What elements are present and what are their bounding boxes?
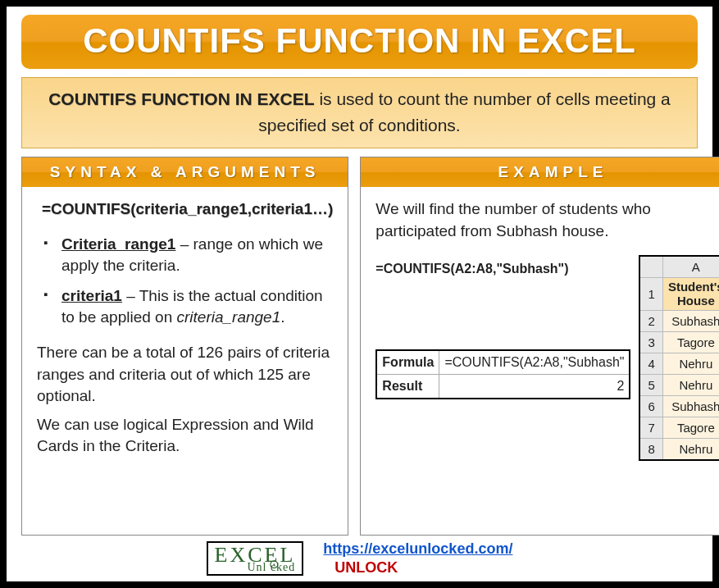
sheet-header-text: Student's House — [668, 280, 719, 308]
sheet-data-cell: Nehru — [662, 374, 719, 395]
table-row: 3Tagore — [639, 331, 719, 353]
logo: EXCEL Unl cked ⊙ — [207, 541, 304, 576]
description-lead: COUNTIFS FUNCTION IN EXCEL — [48, 89, 314, 108]
description-box: COUNTIFS FUNCTION IN EXCEL is used to co… — [21, 77, 698, 148]
sheet-data-cell: Tagore — [662, 417, 719, 438]
row-header: 5 — [639, 374, 662, 395]
example-left-col: =COUNTIFS(A2:A8,"Subhash") Formula =COUN… — [375, 255, 630, 399]
row-header: 1 — [639, 278, 662, 311]
row-header: 8 — [639, 438, 662, 460]
argument-item: criteria1 – This is the actual condition… — [43, 285, 333, 329]
argument-list: Criteria_range1 – range on which we appl… — [37, 234, 333, 329]
table-row: Formula =COUNTIFS(A2:A8,"Subhash" — [376, 350, 630, 375]
table-row: 4Nehru — [639, 353, 719, 374]
example-row: =COUNTIFS(A2:A8,"Subhash") Formula =COUN… — [375, 255, 719, 461]
example-body: We will find the number of students who … — [361, 187, 719, 535]
argument-name: criteria1 — [61, 287, 122, 304]
syntax-body: =COUNTIFS(criteria_range1,criteria1…) Cr… — [22, 187, 348, 535]
argument-desc-italic: criteria_range1 — [177, 308, 281, 326]
syntax-note-1: There can be a total of 126 pairs of cri… — [37, 342, 333, 408]
infographic-container: COUNTIFS FUNCTION IN EXCEL COUNTIFS FUNC… — [7, 7, 712, 581]
argument-desc-post: . — [280, 308, 284, 326]
row-header: 4 — [639, 353, 662, 374]
table-row: 6Subhash — [639, 395, 719, 417]
sheet-data-cell: Tagore — [662, 331, 719, 353]
table-row: 1 Student's House — [639, 278, 719, 311]
table-row: 5Nehru — [639, 374, 719, 395]
sheet-data-cell: Subhash — [662, 395, 719, 417]
result-value-cell: 2 — [439, 374, 630, 399]
excel-sheet-table: A 1 Student's House 2Subhash 3Tagore 4Ne… — [639, 255, 719, 461]
table-row: 8Nehru — [639, 438, 719, 460]
table-row: Result 2 — [376, 374, 630, 399]
table-row: 7Tagore — [639, 417, 719, 438]
columns: SYNTAX & ARGUMENTS =COUNTIFS(criteria_ra… — [21, 157, 698, 536]
formula-result-table: Formula =COUNTIFS(A2:A8,"Subhash" Result… — [375, 349, 630, 400]
sheet-data-cell: Nehru — [662, 438, 719, 460]
page-title: COUNTIFS FUNCTION IN EXCEL — [21, 21, 698, 61]
title-banner: COUNTIFS FUNCTION IN EXCEL — [21, 15, 698, 69]
syntax-note-2: We can use logical Expression and Wild C… — [37, 414, 333, 458]
sheet-data-cell: Subhash — [662, 310, 719, 331]
row-header: 7 — [639, 417, 662, 438]
example-intro: We will find the number of students who … — [375, 198, 719, 242]
syntax-panel: SYNTAX & ARGUMENTS =COUNTIFS(criteria_ra… — [21, 157, 348, 536]
sheet-data-cell: Nehru — [662, 353, 719, 374]
formula-label-cell: Formula — [376, 350, 439, 375]
argument-item: Criteria_range1 – range on which we appl… — [43, 234, 333, 277]
key-icon: ⊙ — [269, 559, 280, 571]
sheet-header-cell: Student's House — [662, 278, 719, 311]
example-formula: =COUNTIFS(A2:A8,"Subhash") — [375, 260, 630, 278]
table-row: 2Subhash — [639, 310, 719, 331]
formula-value-cell: =COUNTIFS(A2:A8,"Subhash" — [439, 350, 630, 375]
table-row: A — [639, 256, 719, 278]
row-header: 2 — [639, 310, 662, 331]
syntax-header: SYNTAX & ARGUMENTS — [22, 157, 348, 187]
example-header: EXAMPLE — [361, 157, 719, 187]
column-header: A — [662, 256, 719, 278]
row-header: 3 — [639, 331, 662, 353]
footer-links: https://excelunlocked.com/ UNLOCK — [323, 540, 512, 577]
footer-url-link[interactable]: https://excelunlocked.com/ — [323, 540, 512, 558]
example-panel: EXAMPLE We will find the number of stude… — [360, 157, 719, 536]
footer-unlock-text: UNLOCK — [334, 559, 512, 577]
description-rest: is used to count the number of cells mee… — [258, 89, 670, 134]
row-header: 6 — [639, 395, 662, 417]
syntax-formula: =COUNTIFS(criteria_range1,criteria1…) — [37, 198, 333, 221]
corner-cell — [639, 256, 662, 278]
argument-name: Criteria_range1 — [61, 235, 175, 253]
result-label-cell: Result — [376, 374, 439, 399]
footer: EXCEL Unl cked ⊙ https://excelunlocked.c… — [21, 536, 698, 577]
